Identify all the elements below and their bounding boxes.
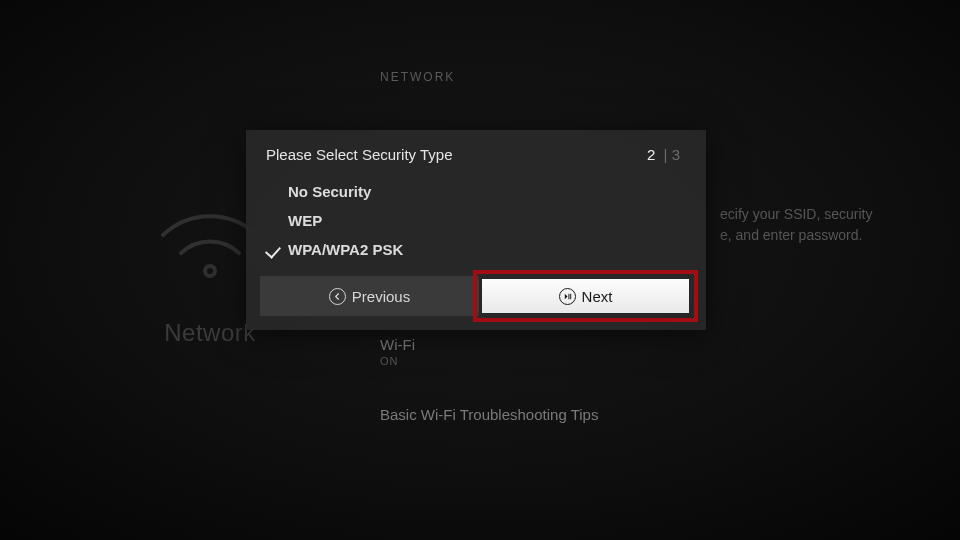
next-button-highlight: Next: [479, 276, 692, 316]
step-indicator: 2 | 3: [647, 146, 680, 163]
svg-point-0: [205, 266, 215, 276]
option-wep[interactable]: WEP: [266, 206, 686, 235]
page-section-header: NETWORK: [380, 70, 455, 84]
play-pause-icon: [559, 288, 576, 305]
next-button-label: Next: [582, 288, 613, 305]
option-no-security[interactable]: No Security: [266, 177, 686, 206]
security-options-list: No Security WEP WPA/WPA2 PSK: [246, 177, 706, 276]
dialog-button-row: Previous Next: [246, 276, 706, 316]
previous-icon: [329, 288, 346, 305]
security-type-dialog: Please Select Security Type 2 | 3 No Sec…: [246, 130, 706, 330]
wifi-row-status: ON: [380, 355, 415, 367]
troubleshooting-row[interactable]: Basic Wi-Fi Troubleshooting Tips: [380, 406, 598, 423]
wifi-row[interactable]: Wi-Fi ON: [380, 336, 415, 367]
step-current: 2: [647, 146, 655, 163]
svg-rect-2: [570, 293, 571, 298]
next-button[interactable]: Next: [482, 279, 689, 313]
previous-button-label: Previous: [352, 288, 410, 305]
wifi-row-title: Wi-Fi: [380, 336, 415, 353]
option-wpa-wpa2-psk[interactable]: WPA/WPA2 PSK: [266, 235, 686, 264]
join-network-hint: ecify your SSID, security e, and enter p…: [720, 204, 950, 246]
dialog-title: Please Select Security Type: [266, 146, 453, 163]
step-total: 3: [672, 146, 680, 163]
svg-rect-1: [568, 293, 569, 298]
previous-button[interactable]: Previous: [260, 276, 479, 316]
